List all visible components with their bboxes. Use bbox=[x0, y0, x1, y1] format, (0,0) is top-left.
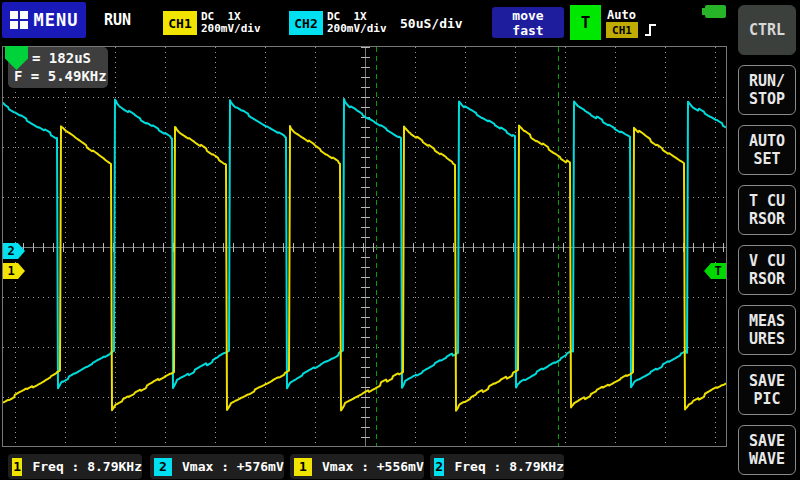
trigger-level-marker-label: T bbox=[714, 264, 721, 278]
rising-edge-icon[interactable] bbox=[644, 22, 658, 38]
ch2-info: DC 1X 200mV/div bbox=[327, 11, 387, 35]
cursor-freq-readout: F = 5.49KHz bbox=[8, 67, 108, 85]
menu-label: MENU bbox=[34, 10, 79, 30]
measurement-text: Vmax : +556mV bbox=[322, 459, 424, 474]
menu-button[interactable]: MENU bbox=[2, 2, 86, 38]
measurement-cell-2: 2Vmax : +576mV bbox=[150, 454, 284, 479]
ch1-scale: 200mV/div bbox=[201, 23, 261, 35]
channel-badge: 2 bbox=[154, 458, 172, 476]
ch1-zero-marker-label: 1 bbox=[7, 264, 14, 278]
measurement-cell-4: 2Freq : 8.79KHz bbox=[430, 454, 564, 479]
ch2-scale: 200mV/div bbox=[327, 23, 387, 35]
channel-badge: 2 bbox=[434, 458, 444, 476]
measurement-text: Freq : 8.79KHz bbox=[454, 459, 564, 474]
ch2-badge[interactable]: CH2 bbox=[289, 11, 323, 35]
ctrl-button[interactable]: CTRL bbox=[738, 5, 796, 55]
save-pic-button[interactable]: SAVEPIC bbox=[738, 365, 796, 415]
ch2-zero-marker-label: 2 bbox=[7, 244, 14, 258]
move-fast-line2: fast bbox=[512, 23, 543, 38]
measurement-text: Freq : 8.79KHz bbox=[32, 459, 142, 474]
ch1-trace bbox=[3, 126, 726, 411]
auto-set-button[interactable]: AUTOSET bbox=[738, 125, 796, 175]
oscilloscope-screen: MENU RUN CH1 DC 1X 200mV/div CH2 DC 1X 2… bbox=[0, 0, 800, 480]
run-status: RUN bbox=[104, 11, 131, 29]
save-wave-button[interactable]: SAVEWAVE bbox=[738, 425, 796, 475]
ch1-info: DC 1X 200mV/div bbox=[201, 11, 261, 35]
measures-button[interactable]: MEASURES bbox=[738, 305, 796, 355]
t-cursor-button[interactable]: T CURSOR bbox=[738, 185, 796, 235]
trigger-source-badge[interactable]: CH1 bbox=[606, 22, 638, 38]
scope-graticule: 21T bbox=[3, 47, 726, 446]
ch1-badge[interactable]: CH1 bbox=[163, 11, 197, 35]
battery-icon bbox=[702, 5, 726, 18]
measurement-text: Vmax : +576mV bbox=[182, 459, 284, 474]
trigger-mode[interactable]: Auto bbox=[607, 8, 636, 22]
timebase-readout[interactable]: 50uS/div bbox=[400, 16, 463, 31]
run-stop-button[interactable]: RUN/STOP bbox=[738, 65, 796, 115]
measurement-bar: 1Freq : 8.79KHz2Vmax : +576mV1Vmax : +55… bbox=[0, 454, 736, 480]
trigger-button[interactable]: T bbox=[570, 5, 601, 40]
measurement-cell-1: 1Freq : 8.79KHz bbox=[8, 454, 142, 479]
waveform-display[interactable]: 21T bbox=[2, 46, 727, 447]
move-fast-line1: move bbox=[512, 8, 543, 23]
channel1-settings[interactable]: CH1 DC 1X 200mV/div bbox=[163, 11, 261, 35]
channel2-settings[interactable]: CH2 DC 1X 200mV/div bbox=[289, 11, 387, 35]
channel-badge: 1 bbox=[12, 458, 22, 476]
sidebar: CTRLRUN/STOPAUTOSETT CURSORV CURSORMEASU… bbox=[738, 0, 796, 480]
move-fast-button[interactable]: move fast bbox=[492, 7, 564, 38]
v-cursor-button[interactable]: V CURSOR bbox=[738, 245, 796, 295]
menu-grid-icon bbox=[10, 11, 28, 29]
channel-badge: 1 bbox=[294, 458, 312, 476]
measurement-cell-3: 1Vmax : +556mV bbox=[290, 454, 424, 479]
